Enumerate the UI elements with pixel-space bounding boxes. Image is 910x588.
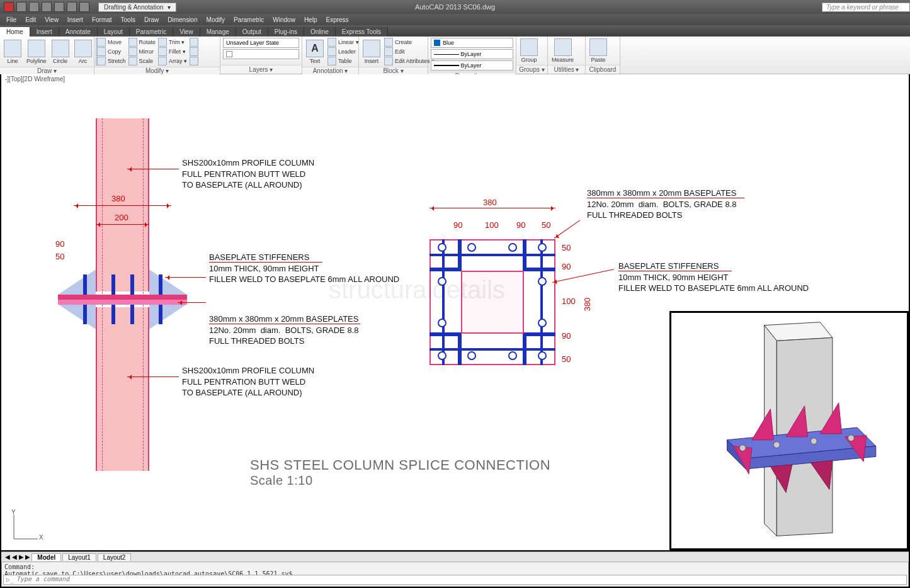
tab-manage[interactable]: Manage xyxy=(200,27,236,37)
svg-point-15 xyxy=(739,445,746,451)
panel-layers-title[interactable]: Layers ▾ xyxy=(220,65,302,74)
panel-groups-title[interactable]: Groups ▾ xyxy=(516,65,547,74)
ucs-y-label: Y xyxy=(11,509,16,516)
erase-icon[interactable] xyxy=(190,38,198,47)
color-dropdown[interactable]: Blue xyxy=(431,38,513,48)
layout-nav-icon[interactable]: ◀ ◀ ▶ ▶ xyxy=(5,553,30,560)
tab-online[interactable]: Online xyxy=(304,27,336,37)
layout-tab-model[interactable]: Model xyxy=(31,553,61,561)
stiff-plan xyxy=(429,268,461,271)
help-search-input[interactable]: Type a keyword or phrase xyxy=(822,3,910,12)
dim-90-plan: 90 xyxy=(453,220,462,230)
trim-button[interactable]: Trim ▾ xyxy=(158,38,187,47)
stiffener xyxy=(149,304,187,329)
ribbon: Line Polyline Circle Arc Draw ▾ Move Cop… xyxy=(0,37,910,74)
layer-dropdown[interactable] xyxy=(223,49,299,59)
table-button[interactable]: Table xyxy=(327,57,359,65)
group-button[interactable]: Group xyxy=(519,38,539,63)
layer-state-dropdown[interactable]: Unsaved Layer State xyxy=(223,38,299,48)
bolt xyxy=(538,319,547,327)
note-stiffeners-plan: BASEPLATE STIFFENERS 10mm THICK, 90mm HE… xyxy=(618,261,809,294)
move-button[interactable]: Move xyxy=(97,38,126,47)
menu-help[interactable]: Help xyxy=(304,16,317,23)
menu-parametric[interactable]: Parametric xyxy=(234,16,264,23)
block-create-button[interactable]: Create xyxy=(384,38,435,47)
text-button[interactable]: AText xyxy=(305,40,325,64)
lineweight-dropdown[interactable]: ByLayer xyxy=(431,60,513,71)
tab-plugins[interactable]: Plug-ins xyxy=(268,27,304,37)
paste-button[interactable]: Paste xyxy=(588,38,608,63)
arc-button[interactable]: Arc xyxy=(73,40,93,64)
array-button[interactable]: Array ▾ xyxy=(158,57,187,65)
menu-edit[interactable]: Edit xyxy=(25,16,36,23)
linetype-dropdown[interactable]: ByLayer xyxy=(431,49,513,59)
command-input[interactable]: ▷_ Type a command xyxy=(3,575,907,585)
tab-annotate[interactable]: Annotate xyxy=(59,27,98,37)
title-bar: Drafting & Annotation ▾ AutoCAD 2013 SC0… xyxy=(0,0,910,14)
dim-200: 200 xyxy=(115,213,128,222)
panel-block-title[interactable]: Block ▾ xyxy=(359,67,428,74)
scale-icon xyxy=(128,57,137,65)
leader-button[interactable]: Leader xyxy=(327,47,359,56)
dim-380: 380 xyxy=(111,194,125,203)
tab-view[interactable]: View xyxy=(173,27,200,37)
create-icon xyxy=(384,38,393,47)
menu-draw[interactable]: Draw xyxy=(144,16,159,23)
stiffener-bar xyxy=(111,304,115,324)
undo-icon[interactable] xyxy=(54,2,64,12)
block-edit-button[interactable]: Edit xyxy=(384,47,435,56)
offset-icon[interactable] xyxy=(190,57,198,65)
layout-tab-layout2[interactable]: Layout2 xyxy=(98,553,132,561)
save-icon[interactable] xyxy=(42,2,52,12)
plot-icon[interactable] xyxy=(79,2,89,12)
panel-utilities: Measure Utilities ▾ xyxy=(548,37,586,74)
menu-dimension[interactable]: Dimension xyxy=(168,16,197,23)
menu-tools[interactable]: Tools xyxy=(121,16,135,23)
tab-insert[interactable]: Insert xyxy=(30,27,59,37)
menu-modify[interactable]: Modify xyxy=(207,16,225,23)
open-icon[interactable] xyxy=(29,2,39,12)
color-swatch-icon xyxy=(434,40,440,46)
panel-annotation-title[interactable]: Annotation ▾ xyxy=(302,67,358,74)
tab-parametric[interactable]: Parametric xyxy=(130,27,173,37)
circle-button[interactable]: Circle xyxy=(50,40,71,64)
insert-button[interactable]: Insert xyxy=(361,40,382,64)
tab-home[interactable]: Home xyxy=(0,27,30,37)
linear-dim-button[interactable]: Linear ▾ xyxy=(327,38,359,47)
copy-button[interactable]: Copy xyxy=(97,47,126,56)
tab-output[interactable]: Output xyxy=(236,27,268,37)
mirror-button[interactable]: Mirror xyxy=(128,47,156,56)
fillet-button[interactable]: Fillet ▾ xyxy=(158,47,187,56)
explode-icon[interactable] xyxy=(190,47,198,56)
measure-button[interactable]: Measure xyxy=(550,38,575,63)
line-button[interactable]: Line xyxy=(3,40,23,64)
layout-tab-layout1[interactable]: Layout1 xyxy=(62,553,96,561)
redo-icon[interactable] xyxy=(67,2,77,12)
scale-button[interactable]: Scale xyxy=(128,57,156,65)
menu-format[interactable]: Format xyxy=(92,16,112,23)
panel-utilities-title[interactable]: Utilities ▾ xyxy=(548,65,585,74)
trim-icon xyxy=(158,38,167,47)
menu-express[interactable]: Express xyxy=(326,16,348,23)
tab-layout[interactable]: Layout xyxy=(98,27,130,37)
menu-view[interactable]: View xyxy=(45,16,59,23)
ucs-icon: Y X xyxy=(10,511,42,544)
drawing-canvas[interactable]: -][Top][2D Wireframe] structuraldetails … xyxy=(1,74,909,550)
underline xyxy=(209,324,360,324)
menu-insert[interactable]: Insert xyxy=(67,16,83,23)
rotate-button[interactable]: Rotate xyxy=(128,38,156,47)
viewport-label[interactable]: -][Top][2D Wireframe] xyxy=(5,76,65,82)
menu-window[interactable]: Window xyxy=(273,16,295,23)
panel-draw-title[interactable]: Draw ▾ xyxy=(0,67,94,74)
new-icon[interactable] xyxy=(16,2,26,12)
text-label: Text xyxy=(310,58,321,64)
workspace-dropdown[interactable]: Drafting & Annotation ▾ xyxy=(98,3,176,12)
edit-attributes-button[interactable]: Edit Attributes ▾ xyxy=(384,57,435,65)
polyline-button[interactable]: Polyline xyxy=(25,40,48,64)
menu-file[interactable]: File xyxy=(6,16,16,23)
app-menu-icon[interactable] xyxy=(4,2,14,12)
stretch-button[interactable]: Stretch xyxy=(97,57,126,65)
lineweight-label: ByLayer xyxy=(461,62,482,69)
tab-express-tools[interactable]: Express Tools xyxy=(336,27,388,37)
panel-modify-title[interactable]: Modify ▾ xyxy=(94,67,220,74)
